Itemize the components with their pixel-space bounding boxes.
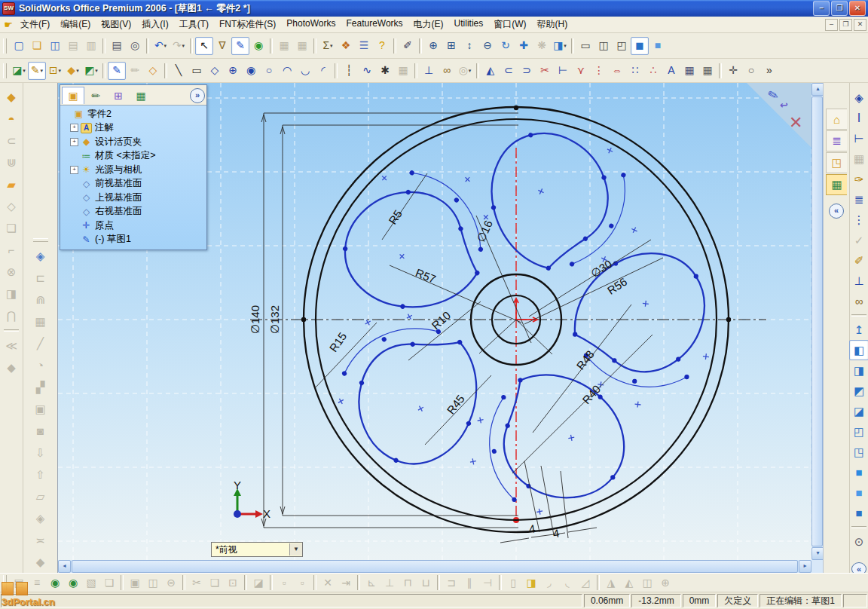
isometric-view-button[interactable]: ■ (849, 462, 868, 482)
ellipse-button[interactable]: ○ (260, 62, 278, 80)
horizontal-scrollbar[interactable]: ◂ ▸ (58, 560, 811, 573)
menu-item-8[interactable]: 电力(E) (408, 17, 449, 32)
mdi-close-button[interactable]: ✕ (854, 19, 866, 31)
tree-item-part-root[interactable]: +▣零件2 (60, 107, 206, 121)
save-document-button[interactable]: ◫ (46, 37, 64, 55)
view-orientation-selector[interactable]: *前视 ▼ (211, 542, 303, 557)
wireframe-button[interactable]: ▭ (576, 37, 594, 55)
sketch-text-button[interactable]: A (662, 62, 680, 80)
sketch-toggle-button[interactable]: ✎ (231, 37, 249, 55)
menu-item-7[interactable]: FeatureWorks (341, 17, 408, 32)
scroll-left-icon[interactable]: ◂ (58, 560, 71, 573)
auto-dimension-button[interactable]: ≣ (849, 189, 868, 210)
select-button[interactable]: ↖ (195, 37, 213, 55)
propertymanager-tab[interactable]: ✏ (84, 87, 107, 104)
file-explorer-tab[interactable]: ◳ (826, 152, 847, 173)
horizontal-dimension-button[interactable]: ⊢ (849, 128, 868, 148)
split-entities-button[interactable]: ⋎ (572, 62, 590, 80)
dim-4a[interactable]: 4 (528, 522, 536, 536)
modify-tool-button[interactable]: ✐ (849, 250, 868, 271)
dropdown-arrow-icon[interactable]: ▾ (164, 38, 167, 54)
menu-item-5[interactable]: FNT标准件(S) (214, 17, 281, 32)
tree-expander-icon[interactable]: + (70, 166, 78, 174)
menu-item-4[interactable]: 工具(T) (174, 17, 214, 32)
tree-item-right-plane[interactable]: +◇右视基准面 (60, 205, 206, 219)
expand-panel-button[interactable]: » (190, 88, 205, 103)
dropdown-arrow-icon[interactable]: ▾ (76, 63, 79, 78)
dynamic-mirror-button[interactable]: ⋮ (590, 62, 608, 80)
centerline-button[interactable]: ┆ (340, 62, 358, 80)
fnt-bolt-button[interactable]: ✛ (724, 62, 742, 80)
menu-item-9[interactable]: Utilities (449, 17, 489, 32)
normal-to-view-button[interactable]: ↥ (849, 320, 868, 340)
perimeter-circle-button[interactable]: ◉ (242, 62, 260, 80)
pan-button[interactable]: ✚ (515, 37, 533, 55)
vertical-dimension-button[interactable]: Ⅰ (849, 108, 868, 128)
format-painter-button[interactable]: ✑ (849, 169, 868, 189)
menu-item-0[interactable]: 文件(F) (15, 17, 55, 32)
add-relation-button[interactable]: ⊥ (420, 62, 438, 80)
spline-button[interactable]: ∿ (358, 62, 376, 80)
accept-sketch-icon[interactable]: ✎ (766, 87, 781, 105)
toolbar-grip[interactable] (3, 63, 7, 78)
dropdown-arrow-icon[interactable]: ▾ (564, 38, 567, 54)
dimetric-view-button[interactable]: ■ (849, 503, 868, 523)
dropdown-arrow-icon[interactable]: ▾ (469, 63, 472, 78)
menu-item-6[interactable]: PhotoWorks (281, 17, 341, 32)
linear-pattern-button[interactable]: ∷ (626, 62, 644, 80)
surface-extrude-button[interactable]: ◆ (2, 86, 21, 108)
rebuild-button[interactable]: ◉ (249, 37, 267, 55)
tree-item-design-binder[interactable]: +◆设计活页夹 (60, 135, 206, 149)
shaded-button[interactable]: ■ (649, 37, 667, 55)
print-preview-button[interactable]: ◎ (126, 37, 144, 55)
horizontal-scroll-thumb[interactable] (72, 560, 798, 573)
restore-button[interactable]: ❐ (831, 1, 848, 16)
trim-entities-button[interactable]: ✂ (536, 62, 554, 80)
perpendicular-relation-button[interactable]: ⊥ (849, 271, 868, 291)
photoworks-render-button[interactable]: ❖ (337, 37, 355, 55)
dropdown-arrow-icon[interactable]: ▾ (182, 38, 185, 54)
tree-item-origin[interactable]: +✛原点 (60, 219, 206, 233)
left-view-button[interactable]: ◩ (849, 381, 868, 401)
back-view-button[interactable]: ◨ (849, 360, 868, 381)
zoom-to-selection-button[interactable]: ⊖ (478, 37, 497, 55)
sketch-button[interactable]: ✎ (108, 62, 126, 80)
graphics-viewport[interactable]: ∅140∅132R5∅16R57∅30R56R15R10R48R40R4544Y… (58, 83, 823, 573)
menu-item-11[interactable]: 帮助(H) (532, 17, 573, 32)
dim-diameter-132[interactable]: ∅132 (268, 305, 281, 334)
scroll-right-icon[interactable]: ▸ (799, 560, 811, 573)
mdi-minimize-button[interactable]: – (825, 19, 838, 31)
dim-diameter-16[interactable]: ∅16 (474, 219, 495, 244)
dropdown-arrow-icon[interactable]: ▾ (23, 63, 26, 78)
modify-sketch-button[interactable]: ◇ (144, 62, 162, 80)
tree-item-top-plane[interactable]: +◇上视基准面 (60, 191, 206, 205)
dropdown-arrow-icon[interactable]: ▾ (330, 38, 333, 54)
centerpoint-arc-button[interactable]: ◠ (278, 62, 296, 80)
new-document-button[interactable]: ▢ (10, 37, 28, 55)
surface-revolve-button[interactable]: ◓ (2, 108, 21, 130)
dimxpert-tab[interactable]: ▦ (130, 87, 152, 104)
line-button[interactable]: ╲ (170, 62, 188, 80)
dim-r15[interactable]: R15 (327, 330, 350, 354)
shaded-with-edges-button[interactable]: ◼ (631, 37, 649, 55)
collaborate-user-1-button[interactable]: ◉ (46, 574, 64, 592)
collapse-task-pane-button[interactable]: « (829, 204, 844, 219)
mirror-entities-button[interactable]: ◭ (481, 62, 500, 80)
selection-filter-button[interactable]: ∇ (213, 37, 231, 55)
tree-expander-icon[interactable]: + (70, 124, 78, 132)
three-point-arc-button[interactable]: ◜ (314, 62, 332, 80)
tree-expander-icon[interactable]: + (70, 138, 78, 146)
close-button[interactable]: ✕ (849, 1, 866, 16)
toolbar-overflow-button[interactable]: » (760, 62, 778, 80)
sketch-group-button[interactable]: ✎▾ (28, 62, 46, 80)
options-button[interactable]: ☰ (355, 37, 373, 55)
extend-entities-button[interactable]: ⊢ (554, 62, 572, 80)
toolbar-grip[interactable] (3, 38, 7, 54)
circle-button[interactable]: ⊕ (224, 62, 242, 80)
solidworks-resources-tab[interactable]: ⌂ (826, 109, 847, 130)
zoom-to-area-button[interactable]: ⊞ (442, 37, 460, 55)
parallelogram-button[interactable]: ◇ (206, 62, 224, 80)
offset-entities-button[interactable]: ⊃ (518, 62, 536, 80)
menu-item-1[interactable]: 编辑(E) (55, 17, 96, 32)
mdi-restore-button[interactable]: ❐ (839, 19, 852, 31)
